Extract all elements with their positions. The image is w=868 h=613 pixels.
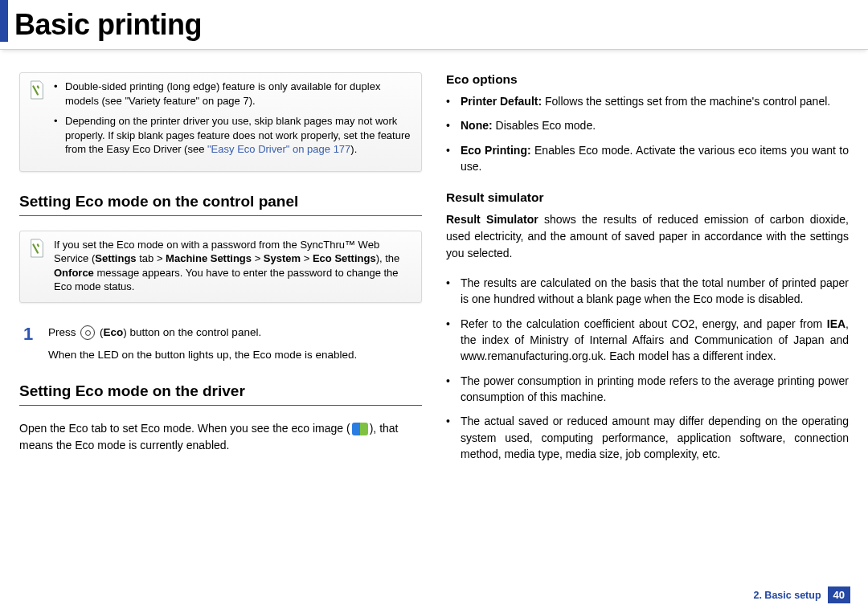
list-item: Printer Default: Follows the settings se… — [446, 93, 849, 109]
note-box-password: If you set the Eco mode on with a passwo… — [19, 231, 422, 303]
note-icon — [28, 238, 46, 294]
section-heading: Setting Eco mode on the control panel — [19, 193, 422, 210]
title-bar: Basic printing — [0, 0, 868, 50]
left-column: Double-sided printing (long edge) featur… — [19, 72, 422, 478]
eco-options-list: Printer Default: Follows the settings se… — [446, 93, 849, 174]
list-item: The actual saved or reduced amount may d… — [446, 413, 849, 462]
step-number: 1 — [19, 324, 37, 363]
eco-badge-icon — [352, 423, 368, 435]
note-box-duplex: Double-sided printing (long edge) featur… — [19, 72, 422, 172]
note-body: If you set the Eco mode on with a passwo… — [54, 238, 413, 294]
content-columns: Double-sided printing (long edge) featur… — [0, 50, 868, 478]
note-item: Double-sided printing (long edge) featur… — [54, 80, 413, 108]
note-icon — [28, 80, 46, 163]
title-accent — [0, 0, 8, 42]
list-item: None: Disables Eco mode. — [446, 117, 849, 133]
eco-button-icon — [80, 325, 95, 340]
list-item: The power consumption in printing mode r… — [446, 373, 849, 406]
section-heading: Setting Eco mode on the driver — [19, 382, 422, 400]
right-column: Eco options Printer Default: Follows the… — [446, 72, 849, 478]
note-body: Double-sided printing (long edge) featur… — [54, 80, 413, 163]
page-number: 40 — [828, 586, 850, 603]
list-item: Eco Printing: Enables Eco mode. Activate… — [446, 142, 849, 175]
list-item: Refer to the calculation coefficient abo… — [446, 316, 849, 365]
cross-reference-link[interactable]: "Easy Eco Driver" on page 177 — [207, 143, 350, 155]
page-title: Basic printing — [14, 8, 202, 42]
list-item: The results are calculated on the basis … — [446, 275, 849, 308]
subsection-heading: Eco options — [446, 72, 849, 87]
note-item: Depending on the printer driver you use,… — [54, 114, 413, 157]
body-paragraph: Result Simulator shows the results of re… — [446, 211, 849, 262]
section-rule — [19, 405, 422, 406]
section-rule — [19, 215, 422, 216]
step-row: 1 Press (Eco) button on the control pane… — [19, 324, 422, 363]
result-bullets: The results are calculated on the basis … — [446, 275, 849, 462]
chapter-label[interactable]: 2. Basic setup — [753, 590, 821, 601]
page-footer: 2. Basic setup 40 — [753, 586, 850, 603]
body-paragraph: Open the Eco tab to set Eco mode. When y… — [19, 420, 422, 454]
step-body: Press (Eco) button on the control panel.… — [48, 324, 357, 363]
subsection-heading: Result simulator — [446, 190, 849, 205]
